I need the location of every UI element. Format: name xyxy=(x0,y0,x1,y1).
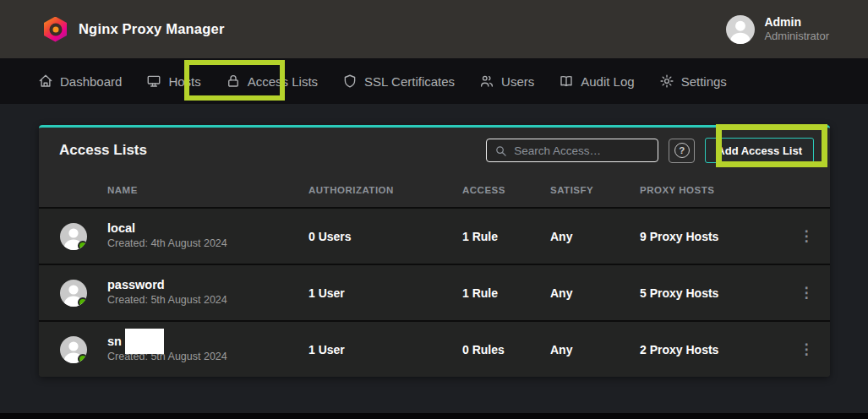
nav-item-users[interactable]: Users xyxy=(479,73,534,89)
row-menu-kebab-icon[interactable]: ⋮ xyxy=(783,284,830,302)
help-button[interactable]: ? xyxy=(669,139,695,163)
authorization-value: 1 User xyxy=(308,286,462,300)
satisfy-value: Any xyxy=(550,286,640,300)
nav-item-settings[interactable]: Settings xyxy=(659,73,727,89)
access-list-created: Created: 4th August 2024 xyxy=(107,237,308,252)
user-role: Administrator xyxy=(764,30,829,43)
search-box[interactable] xyxy=(486,139,658,162)
proxy-hosts-value: 2 Proxy Hosts xyxy=(640,343,783,356)
monitor-icon xyxy=(146,73,161,89)
table-header: NAME AUTHORIZATION ACCESS SATISFY PROXY … xyxy=(39,173,830,207)
proxy-hosts-value: 5 Proxy Hosts xyxy=(640,286,783,300)
user-menu[interactable]: Admin Administrator xyxy=(726,15,829,44)
authorization-value: 0 Users xyxy=(308,230,462,243)
add-access-list-button[interactable]: Add Access List xyxy=(705,138,814,163)
column-header-authorization: AUTHORIZATION xyxy=(308,185,462,195)
access-value: 0 Rules xyxy=(462,343,550,356)
access-list-avatar-icon xyxy=(60,280,87,307)
main-nav: Dashboard Hosts Access Lists SSL Certifi… xyxy=(0,58,868,104)
satisfy-value: Any xyxy=(550,230,640,243)
access-list-created: Created: 5th August 2024 xyxy=(107,293,308,308)
search-input[interactable] xyxy=(514,144,650,157)
search-icon xyxy=(494,144,507,157)
table-row[interactable]: sn Created: 5th August 2024 1 User 0 Rul… xyxy=(39,320,830,377)
authorization-value: 1 User xyxy=(308,343,462,356)
nav-item-audit-log[interactable]: Audit Log xyxy=(559,73,634,89)
bottom-edge-strip xyxy=(0,413,868,419)
page-title: Access Lists xyxy=(59,142,147,159)
nav-item-dashboard[interactable]: Dashboard xyxy=(38,73,122,89)
access-list-name: password xyxy=(107,277,308,293)
column-header-satisfy: SATISFY xyxy=(550,185,640,195)
nav-item-ssl-certificates[interactable]: SSL Certificates xyxy=(342,73,455,89)
row-menu-kebab-icon[interactable]: ⋮ xyxy=(783,227,830,245)
access-list-avatar-icon xyxy=(60,336,87,363)
card-header: Access Lists ? Add Access List xyxy=(39,128,830,173)
book-icon xyxy=(559,73,574,89)
app-title: Nginx Proxy Manager xyxy=(79,21,225,37)
question-mark-icon: ? xyxy=(674,143,690,158)
online-status-dot xyxy=(78,354,87,363)
access-value: 1 Rule xyxy=(462,286,550,300)
column-header-access: ACCESS xyxy=(462,185,550,195)
nav-item-access-lists[interactable]: Access Lists xyxy=(226,73,318,89)
column-header-proxy-hosts: PROXY HOSTS xyxy=(640,185,783,195)
online-status-dot xyxy=(78,297,87,307)
access-value: 1 Rule xyxy=(462,230,550,243)
row-menu-kebab-icon[interactable]: ⋮ xyxy=(783,340,830,358)
redaction-box xyxy=(125,329,164,354)
users-icon xyxy=(479,73,494,89)
proxy-hosts-value: 9 Proxy Hosts xyxy=(640,230,783,243)
table-row[interactable]: password Created: 5th August 2024 1 User… xyxy=(39,264,830,320)
satisfy-value: Any xyxy=(550,343,640,356)
user-avatar-icon xyxy=(726,15,755,44)
column-header-name: NAME xyxy=(107,185,308,195)
online-status-dot xyxy=(78,241,87,250)
nav-item-hosts[interactable]: Hosts xyxy=(146,73,200,89)
access-lists-card: Access Lists ? Add Access List NAME AUTH… xyxy=(39,125,830,377)
nginx-proxy-manager-logo-icon xyxy=(44,17,67,42)
table-row[interactable]: local Created: 4th August 2024 0 Users 1… xyxy=(39,207,830,264)
topbar: Nginx Proxy Manager Admin Administrator xyxy=(0,0,868,58)
page-content: Access Lists ? Add Access List NAME AUTH… xyxy=(0,104,868,377)
gear-icon xyxy=(659,73,674,89)
home-icon xyxy=(38,73,53,89)
access-list-name: local xyxy=(107,220,308,237)
user-name: Admin xyxy=(764,15,829,30)
access-list-avatar-icon xyxy=(60,223,87,250)
shield-icon xyxy=(342,73,358,89)
lock-icon xyxy=(226,73,241,89)
